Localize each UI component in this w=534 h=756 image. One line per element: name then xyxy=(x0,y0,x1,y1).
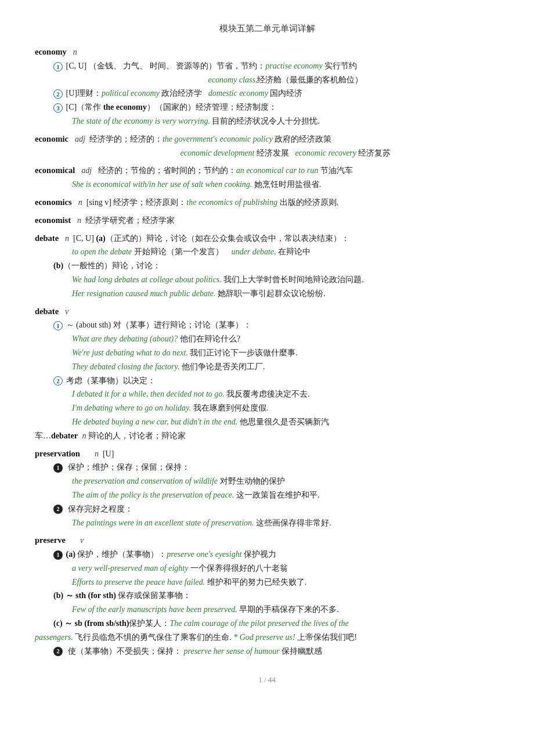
headword-economical: economical xyxy=(35,165,75,175)
entry-debate-v: debate v 1 ～ (about sth) 对（某事）进行辩论；讨论（某事… xyxy=(35,304,499,443)
debate-v-ex1-2: We're just debating what to do next. 我们正… xyxy=(35,346,499,360)
pos-debate-v: v xyxy=(63,307,69,316)
debate-v-ex1-3: They debated closing the factory. 他们争论是否… xyxy=(35,360,499,374)
pos-preserve: v xyxy=(80,536,84,545)
preserve-ex-1a-1: a very well-preserved man of eighty 一个保养… xyxy=(35,561,499,575)
debate-v-ex1-1: What are they debating (about)? 他们在辩论什么? xyxy=(35,332,499,346)
entry-economical: economical adj 经济的；节俭的；省时间的；节约的：an econo… xyxy=(35,163,499,192)
headword-economy: economy xyxy=(35,47,67,56)
debate-n-examples-b2: Her resignation caused much public debat… xyxy=(35,287,499,301)
pos-economical: adj xyxy=(80,166,92,175)
preserve-sense-1b: (b) ～ sth (for sth) 保存或保留某事物： xyxy=(35,589,499,603)
preserve-ex-1c-1-cont: passengers. 飞行员临危不惧的勇气保住了乘客们的生命. * God p… xyxy=(35,631,499,645)
debate-v-ex2-1: I debated it for a while, then decided n… xyxy=(35,387,499,401)
sense-num-1: 1 xyxy=(53,62,63,71)
entry-preserve: preserve v 1 (a) 保护，维护（某事物）：preserve one… xyxy=(35,533,499,658)
debate-v-sense-num-2: 2 xyxy=(53,376,63,386)
entry-debate-n: debate n [C, U] (a)（正式的）辩论，讨论（如在公众集会或议会中… xyxy=(35,231,499,301)
headword-preserve: preserve xyxy=(35,535,66,545)
headword-preservation: preservation xyxy=(35,449,80,458)
debate-v-car-cont: 车…debater n 辩论的人，讨论者；辩论家 xyxy=(35,429,499,443)
preservation-ex1-1: the preservation and conservation of wil… xyxy=(35,474,499,488)
debate-v-sense-2: 2 考虑（某事物）以决定： xyxy=(35,374,499,388)
debate-n-examples-a: to open the debate 开始辩论（第一个发言） under deb… xyxy=(35,245,499,259)
pos-economics: n xyxy=(76,198,82,207)
entry-economic: economic adj 经济学的；经济的：the government's e… xyxy=(35,132,499,160)
preservation-sense-1: 1 保护；维护；保存；保留；保持： xyxy=(35,460,499,474)
economical-example-2: She is economical with/in her use of sal… xyxy=(35,178,499,192)
pos-debate-n: n xyxy=(63,234,70,243)
debate-v-ex2-3: He debated buying a new car, but didn't … xyxy=(35,415,499,429)
sense-num-3: 3 xyxy=(53,103,63,113)
headword-economic: economic xyxy=(35,134,68,143)
sense-economy-1: 1 [C, U] （金钱、 力气、 时间、 资源等的）节省，节约：practis… xyxy=(35,59,499,73)
page-footer: 1 / 44 xyxy=(35,675,499,685)
pos-economic: adj xyxy=(73,135,85,143)
preserve-sense-num-1: 1 xyxy=(53,550,63,560)
debate-v-sense-1: 1 ～ (about sth) 对（某事）进行辩论；讨论（某事）： xyxy=(35,318,499,332)
pos-economist: n xyxy=(75,216,82,225)
preserve-ex-1b-1: Few of the early manuscripts have been p… xyxy=(35,603,499,617)
entry-economics: economics n [sing v] 经济学；经济原则：the econom… xyxy=(35,195,499,210)
bracket-economy-1: [C, U] xyxy=(66,62,87,70)
footer-text: 1 / 44 xyxy=(258,675,276,684)
preservation-ex2-1: The paintings were in an excellent state… xyxy=(35,516,499,530)
sense-economy-2: 2 [U]理财：political economy 政治经济学 domestic… xyxy=(35,87,499,100)
page-title: 模块五第二单元单词详解 xyxy=(35,23,499,34)
preservation-ex1-2: The aim of the policy is the preservatio… xyxy=(35,488,499,502)
debate-v-ex2-2: I'm debating where to go on holiday. 我在琢… xyxy=(35,401,499,415)
headword-debate-n: debate xyxy=(35,233,59,243)
preserve-sense-1: 1 (a) 保护，维护（某事物）：preserve one's eyesight… xyxy=(35,548,499,561)
entry-preservation: preservation n [U] 1 保护；维护；保存；保留；保持： the… xyxy=(35,447,499,530)
debate-v-sense-num-1: 1 xyxy=(53,321,63,330)
sense-num-2: 2 xyxy=(53,89,63,99)
debate-n-examples-b: We had long debates at college about pol… xyxy=(35,273,499,287)
economy-class-line: economy class,经济舱（最低廉的客机舱位） xyxy=(35,73,499,87)
def-economy-1: （金钱、 力气、 时间、 资源等的）节省，节约：practise economy… xyxy=(89,62,357,70)
headword-economics: economics xyxy=(35,197,72,207)
sense-economy-3: 3 [C]（常作 the economy）（国家的）经济管理；经济制度： xyxy=(35,100,499,114)
entry-economist: economist n 经济学研究者；经济学家 xyxy=(35,213,499,228)
preservation-sense-2: 2 保存完好之程度： xyxy=(35,502,499,516)
debate-n-sense-b: (b)（一般性的）辩论，讨论： xyxy=(35,259,499,273)
pos-preservation: n xyxy=(95,449,99,458)
pos-economy: n xyxy=(71,48,77,56)
preserve-sense-2: 2 使（某事物）不受损失；保持： preserve her sense of h… xyxy=(35,645,499,658)
entry-economy: economy n 1 [C, U] （金钱、 力气、 时间、 资源等的）节省，… xyxy=(35,45,499,128)
preserve-sense-1c: (c) ～ sb (from sb/sth)保护某人：The calm cour… xyxy=(35,617,499,631)
preservation-sense-num-2: 2 xyxy=(53,505,63,514)
preserve-ex-1a-2: Efforts to preserve the peace have faile… xyxy=(35,575,499,589)
headword-debate-v: debate xyxy=(35,307,59,316)
preserve-sense-num-2: 2 xyxy=(53,647,63,656)
economic-dev-line: economic development 经济发展 economic recov… xyxy=(35,146,499,160)
preservation-sense-num-1: 1 xyxy=(53,463,63,473)
economy-example-3: The state of the economy is very worryin… xyxy=(35,114,499,128)
headword-economist: economist xyxy=(35,215,71,225)
